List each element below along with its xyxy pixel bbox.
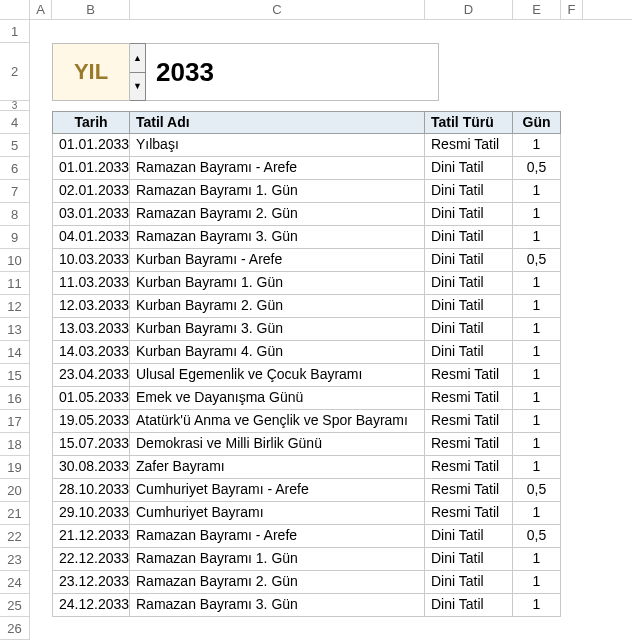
cell-name[interactable]: Ramazan Bayramı 3. Gün [130, 226, 425, 249]
cell-name[interactable]: Atatürk'ü Anma ve Gençlik ve Spor Bayram… [130, 410, 425, 433]
row-header[interactable]: 10 [0, 249, 30, 272]
cell-date[interactable]: 30.08.2033 [52, 456, 130, 479]
cell-date[interactable]: 24.12.2033 [52, 594, 130, 617]
header-type[interactable]: Tatil Türü [425, 111, 513, 134]
cell-name[interactable]: Kurban Bayramı 4. Gün [130, 341, 425, 364]
cell-days[interactable]: 0,5 [513, 479, 561, 502]
row-header[interactable]: 25 [0, 594, 30, 617]
cell-date[interactable]: 29.10.2033 [52, 502, 130, 525]
row-header[interactable]: 3 [0, 101, 30, 111]
cell-date[interactable]: 23.12.2033 [52, 571, 130, 594]
cell-days[interactable]: 1 [513, 203, 561, 226]
cell-date[interactable]: 22.12.2033 [52, 548, 130, 571]
row-header[interactable]: 11 [0, 272, 30, 295]
cell-name[interactable]: Kurban Bayramı - Arefe [130, 249, 425, 272]
col-header-F[interactable]: F [561, 0, 583, 19]
col-header-E[interactable]: E [513, 0, 561, 19]
row-header[interactable]: 24 [0, 571, 30, 594]
row-header[interactable]: 16 [0, 387, 30, 410]
select-all-corner[interactable] [0, 0, 30, 19]
cell-date[interactable]: 15.07.2033 [52, 433, 130, 456]
row-header[interactable]: 26 [0, 617, 30, 640]
cell-type[interactable]: Resmi Tatil [425, 387, 513, 410]
cell-type[interactable]: Dini Tatil [425, 571, 513, 594]
cell-type[interactable]: Dini Tatil [425, 525, 513, 548]
col-header-C[interactable]: C [130, 0, 425, 19]
row-header[interactable]: 13 [0, 318, 30, 341]
row-header[interactable]: 4 [0, 111, 30, 134]
cell-days[interactable]: 0,5 [513, 525, 561, 548]
cell-days[interactable]: 1 [513, 410, 561, 433]
cell-date[interactable]: 02.01.2033 [52, 180, 130, 203]
cell-days[interactable]: 0,5 [513, 249, 561, 272]
cell-type[interactable]: Resmi Tatil [425, 502, 513, 525]
cell-name[interactable]: Ramazan Bayramı 2. Gün [130, 203, 425, 226]
year-value[interactable]: 2033 [146, 43, 439, 101]
cell-days[interactable]: 1 [513, 387, 561, 410]
cell-days[interactable]: 1 [513, 433, 561, 456]
cell-days[interactable]: 1 [513, 364, 561, 387]
cell-date[interactable]: 10.03.2033 [52, 249, 130, 272]
cell-type[interactable]: Resmi Tatil [425, 364, 513, 387]
cell-name[interactable]: Ramazan Bayramı - Arefe [130, 525, 425, 548]
cell-name[interactable]: Cumhuriyet Bayramı [130, 502, 425, 525]
row-header[interactable]: 21 [0, 502, 30, 525]
cell-type[interactable]: Resmi Tatil [425, 479, 513, 502]
col-header-B[interactable]: B [52, 0, 130, 19]
cell-days[interactable]: 1 [513, 295, 561, 318]
row-header[interactable]: 15 [0, 364, 30, 387]
row-header[interactable]: 23 [0, 548, 30, 571]
row-header[interactable]: 9 [0, 226, 30, 249]
cell-type[interactable]: Dini Tatil [425, 548, 513, 571]
cell-date[interactable]: 23.04.2033 [52, 364, 130, 387]
row-header[interactable]: 1 [0, 20, 30, 43]
cell-type[interactable]: Dini Tatil [425, 295, 513, 318]
cell-type[interactable]: Resmi Tatil [425, 433, 513, 456]
row-header[interactable]: 8 [0, 203, 30, 226]
row-header[interactable]: 17 [0, 410, 30, 433]
cell-days[interactable]: 0,5 [513, 157, 561, 180]
col-header-A[interactable]: A [30, 0, 52, 19]
cell-type[interactable]: Resmi Tatil [425, 410, 513, 433]
cell-name[interactable]: Kurban Bayramı 2. Gün [130, 295, 425, 318]
cell-days[interactable]: 1 [513, 456, 561, 479]
cell-days[interactable]: 1 [513, 134, 561, 157]
cell-date[interactable]: 14.03.2033 [52, 341, 130, 364]
cell-name[interactable]: Emek ve Dayanışma Günü [130, 387, 425, 410]
row-header[interactable]: 18 [0, 433, 30, 456]
header-days[interactable]: Gün [513, 111, 561, 134]
cell-days[interactable]: 1 [513, 594, 561, 617]
cell-date[interactable]: 01.01.2033 [52, 157, 130, 180]
cell-type[interactable]: Dini Tatil [425, 249, 513, 272]
cell-date[interactable]: 28.10.2033 [52, 479, 130, 502]
cell-name[interactable]: Kurban Bayramı 1. Gün [130, 272, 425, 295]
spinner-down-icon[interactable]: ▼ [130, 73, 145, 101]
cell-name[interactable]: Ramazan Bayramı 1. Gün [130, 548, 425, 571]
cell-days[interactable]: 1 [513, 548, 561, 571]
row-header[interactable]: 5 [0, 134, 30, 157]
row-header[interactable]: 2 [0, 43, 30, 101]
row-header[interactable]: 12 [0, 295, 30, 318]
cell-date[interactable]: 19.05.2033 [52, 410, 130, 433]
cell-name[interactable]: Ramazan Bayramı 3. Gün [130, 594, 425, 617]
cell-date[interactable]: 04.01.2033 [52, 226, 130, 249]
cell-date[interactable]: 03.01.2033 [52, 203, 130, 226]
cell-name[interactable]: Ulusal Egemenlik ve Çocuk Bayramı [130, 364, 425, 387]
cell-date[interactable]: 13.03.2033 [52, 318, 130, 341]
cell-days[interactable]: 1 [513, 318, 561, 341]
cell-type[interactable]: Resmi Tatil [425, 456, 513, 479]
col-header-D[interactable]: D [425, 0, 513, 19]
cell-days[interactable]: 1 [513, 341, 561, 364]
cell-name[interactable]: Yılbaşı [130, 134, 425, 157]
cell-days[interactable]: 1 [513, 180, 561, 203]
row-header[interactable]: 14 [0, 341, 30, 364]
row-header[interactable]: 7 [0, 180, 30, 203]
row-header[interactable]: 19 [0, 456, 30, 479]
cell-name[interactable]: Ramazan Bayramı - Arefe [130, 157, 425, 180]
cell-type[interactable]: Dini Tatil [425, 272, 513, 295]
cell-type[interactable]: Dini Tatil [425, 341, 513, 364]
cell-type[interactable]: Dini Tatil [425, 157, 513, 180]
header-date[interactable]: Tarih [52, 111, 130, 134]
cell-type[interactable]: Dini Tatil [425, 203, 513, 226]
header-name[interactable]: Tatil Adı [130, 111, 425, 134]
